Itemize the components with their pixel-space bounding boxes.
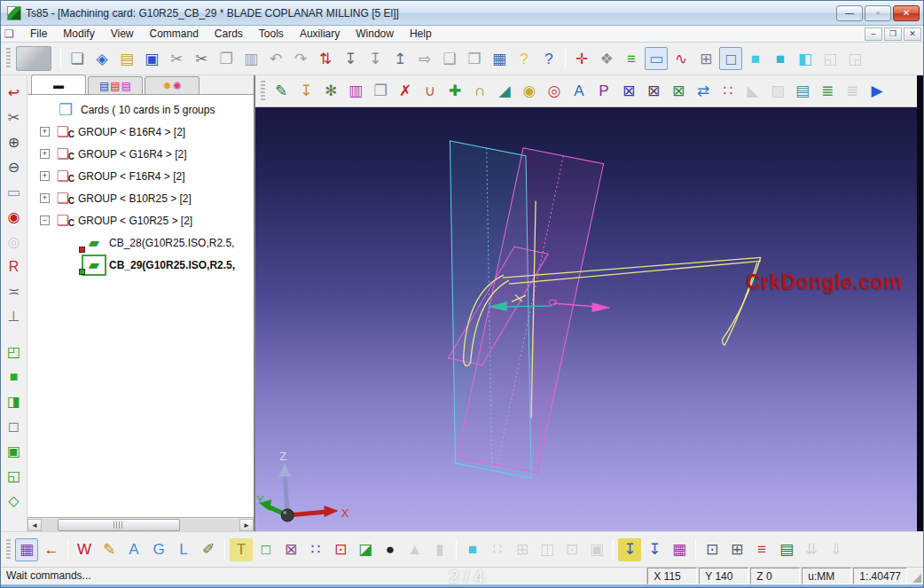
undo-icon[interactable]: ↶ — [264, 47, 287, 70]
zoom-window-icon[interactable]: ▭ — [4, 182, 25, 203]
delete-card-icon[interactable]: ✗ — [394, 80, 417, 103]
cube-sections-icon[interactable]: ⊞ — [694, 47, 717, 70]
new-document-icon[interactable]: ❏ — [66, 47, 89, 70]
send-card-icon[interactable]: ⇨ — [413, 47, 436, 70]
scroll-track[interactable] — [42, 519, 239, 531]
save-icon[interactable]: ▣ — [140, 47, 163, 70]
toolbar-grip[interactable] — [6, 48, 11, 69]
tree-group-b10r25[interactable]: +❏CGROUP < B10R25 > [2] — [33, 187, 254, 209]
view-custom-icon[interactable]: ◇ — [4, 490, 25, 512]
view-front-icon[interactable]: ■ — [4, 366, 25, 388]
pocket-yellow-icon[interactable]: ◉ — [518, 80, 541, 103]
scroll-thumb[interactable] — [58, 519, 180, 531]
menu-item-help[interactable]: Help — [402, 27, 440, 41]
color-stack-icon[interactable]: ▤ — [775, 538, 798, 561]
word-export-icon[interactable]: W — [73, 538, 96, 561]
return-icon[interactable]: ↩ — [4, 82, 25, 104]
scroll-right-arrow[interactable]: ► — [239, 519, 254, 531]
copy-card-icon[interactable]: ❐ — [369, 80, 392, 103]
tool-axis-icon[interactable]: ⊥ — [4, 306, 25, 327]
back-icon[interactable]: ← — [40, 538, 63, 561]
comb-icon[interactable]: ▥ — [344, 80, 367, 103]
help-icon[interactable]: ? — [513, 47, 536, 70]
maximize-button[interactable]: ▫ — [865, 5, 891, 21]
edit-sheets-icon[interactable]: ✎ — [98, 538, 121, 561]
mill-plane-icon[interactable]: ◢ — [493, 80, 516, 103]
view-iso-icon[interactable]: ◻ — [4, 416, 25, 437]
import-card-hint-icon[interactable]: ↧ — [364, 47, 387, 70]
field-green-icon[interactable]: ⊠ — [667, 80, 690, 103]
zoom-in-icon[interactable]: ⊕ — [4, 132, 25, 153]
tree-root-cards[interactable]: ❒Cards ( 10 cards in 5 groups — [33, 98, 254, 121]
origin-axis-icon[interactable]: ✛ — [570, 47, 593, 70]
card-properties-icon[interactable]: ◈ — [90, 47, 114, 70]
export-card-icon[interactable]: ↥ — [388, 47, 411, 70]
shaded-view-icon[interactable]: ■ — [461, 538, 484, 561]
scroll-left-arrow[interactable]: ◄ — [27, 519, 42, 531]
cut-multi-icon[interactable]: ✂ — [190, 47, 213, 70]
tree-card-cb29[interactable]: ▰CB_29(G10R25.ISO,R2.5, — [33, 254, 254, 276]
view-right-icon[interactable]: ◨ — [4, 391, 25, 412]
tree-group-f16r4[interactable]: +❏CGROUP < F16R4 > [2] — [33, 165, 254, 187]
attr-a-icon[interactable]: A — [122, 538, 145, 561]
arc-op-icon[interactable]: ∩ — [468, 80, 491, 103]
redo-icon[interactable]: ↷ — [289, 47, 312, 70]
edit-card-icon[interactable]: ✎ — [270, 80, 293, 103]
toolbar-grip[interactable] — [261, 81, 265, 102]
tree-expander[interactable]: + — [40, 171, 50, 181]
zoom-out-icon[interactable]: ⊖ — [4, 157, 25, 178]
layer-stack-icon[interactable]: ≡ — [750, 538, 773, 561]
close-button[interactable]: ✕ — [893, 5, 920, 21]
field-dark-icon[interactable]: ⊠ — [642, 80, 665, 103]
tab-macro-cards[interactable]: ✹✺ — [145, 76, 200, 94]
mosaic-icon[interactable]: ▦ — [668, 538, 691, 561]
tree-group-g10r25[interactable]: −❏CGROUP < G10R25 > [2] — [33, 209, 254, 231]
swap-cards-icon[interactable]: ⇅ — [314, 47, 337, 70]
open-folder-icon[interactable]: ▤ — [115, 47, 138, 70]
menu-item-file[interactable]: File — [22, 27, 55, 41]
transfer-field-icon[interactable]: ⇄ — [692, 80, 715, 103]
load-card-icon[interactable]: ↧ — [643, 538, 666, 561]
tree-expander[interactable]: − — [40, 216, 50, 225]
op-tree-icon[interactable]: ≣ — [816, 80, 839, 103]
mdi-minimize-button[interactable]: – — [865, 27, 882, 41]
current-tool-button[interactable] — [16, 46, 51, 71]
pick-tool-icon[interactable]: ✂ — [4, 107, 25, 129]
new-frame-icon[interactable]: □ — [254, 538, 278, 561]
settings-edit-icon[interactable]: ✐ — [197, 538, 220, 561]
layers-icon[interactable]: ≡ — [620, 47, 643, 70]
cross-frame-icon[interactable]: ⊠ — [279, 538, 302, 561]
palette-icon[interactable]: ▦ — [15, 538, 38, 561]
measure-icon[interactable]: ≍ — [4, 281, 25, 302]
frame-link-icon[interactable]: ⊡ — [701, 538, 724, 561]
import-card-icon[interactable]: ↧ — [339, 47, 362, 70]
center-target-icon[interactable]: ◉ — [4, 207, 25, 228]
copy-group-alt-icon[interactable]: ❒ — [463, 47, 486, 70]
pocket-red-icon[interactable]: ◎ — [543, 80, 566, 103]
tree-group-b16r4[interactable]: +❏CGROUP < B16R4 > [2] — [33, 121, 254, 143]
menu-item-auxiliary[interactable]: Auxiliary — [292, 27, 348, 41]
scatter-field-icon[interactable]: ∷ — [716, 80, 740, 103]
insert-op-icon[interactable]: ✚ — [443, 80, 466, 103]
tab-machine-cards[interactable]: ▬ — [31, 74, 86, 94]
menu-item-cards[interactable]: Cards — [207, 27, 251, 41]
resize-grip[interactable] — [909, 568, 923, 584]
tree-group-g16r4[interactable]: +❏CGROUP < G16R4 > [2] — [33, 143, 254, 165]
cube-erase-icon[interactable]: ◧ — [794, 47, 817, 70]
store-card-icon[interactable]: ↧ — [294, 80, 317, 103]
frame-link-alt-icon[interactable]: ⊞ — [725, 538, 748, 561]
cube-wireframe-icon[interactable]: ◻ — [719, 47, 742, 70]
menu-item-command[interactable]: Command — [141, 27, 206, 41]
copy-group-icon[interactable]: ❑ — [438, 47, 461, 70]
probe-icon[interactable]: ∪ — [419, 80, 442, 103]
context-help-icon[interactable]: ? — [537, 47, 560, 70]
frame-handles-icon[interactable]: ⊡ — [329, 538, 352, 561]
pocket-a-icon[interactable]: A — [568, 80, 591, 103]
generate-icon[interactable]: ✻ — [319, 80, 342, 103]
menu-item-view[interactable]: View — [103, 27, 142, 41]
panel-toggle-icon[interactable]: ▶ — [865, 80, 889, 103]
tree-card-cb28[interactable]: ▰CB_28(G10R25.ISO,R2.5, — [33, 231, 254, 254]
pocket-p-icon[interactable]: P — [592, 80, 615, 103]
cube-shaded-icon[interactable]: ■ — [744, 47, 767, 70]
view-back-icon[interactable]: ▣ — [4, 441, 25, 462]
